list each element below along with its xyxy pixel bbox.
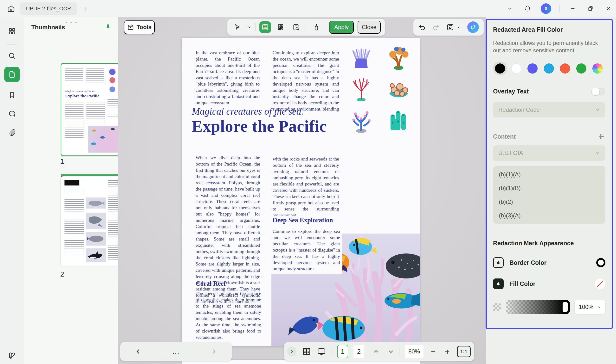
- whale-illustration: [86, 197, 106, 208]
- minimize-button[interactable]: [568, 4, 577, 13]
- ai-swirl-icon: [469, 24, 477, 31]
- next-page-chevron-icon[interactable]: [388, 348, 394, 355]
- undo-icon: [418, 23, 426, 31]
- code-item[interactable]: (b)(1)(A): [493, 168, 605, 181]
- whale-illustration: [86, 213, 106, 229]
- swatch-black-selected[interactable]: [493, 62, 507, 76]
- actual-size-button[interactable]: 1:1: [457, 346, 471, 357]
- thumb1-text-lines: [86, 103, 105, 126]
- deep-sea-block: Deep Sea Exploration Continue to explore…: [271, 216, 342, 274]
- chevron-down-icon: [595, 107, 600, 112]
- pin-icon[interactable]: [104, 24, 112, 31]
- swatch-custom-rainbow[interactable]: [590, 62, 604, 76]
- coral-fan-illustration: [347, 73, 376, 103]
- page-2-box[interactable]: 2: [353, 345, 364, 358]
- search-icon: [8, 52, 16, 60]
- coral-branch-illustration: [347, 104, 376, 134]
- grid-icon: [8, 27, 16, 35]
- thumb1-title: Explore the Pacific: [65, 93, 99, 99]
- filter-sliders-icon[interactable]: [598, 133, 605, 140]
- notifications-bell-icon[interactable]: [523, 4, 532, 13]
- thumb1-subtitle: Magical creatures of the sea.: [65, 90, 96, 92]
- redact-page-button[interactable]: [275, 21, 286, 33]
- home-button[interactable]: [5, 3, 17, 14]
- select-tool-chevron-icon[interactable]: [247, 25, 252, 29]
- document-tab[interactable]: UPDF-2-files_OCR: [20, 2, 77, 15]
- whale-illustration: [86, 232, 106, 246]
- search-redact-button[interactable]: [290, 21, 302, 33]
- restore-button[interactable]: [586, 4, 595, 13]
- page-title: Explore the Pacific: [192, 117, 327, 135]
- thumb1-text-lines: [86, 68, 104, 84]
- sidebar-item-thumbnails[interactable]: [4, 67, 20, 82]
- swatch-orange[interactable]: [558, 62, 572, 76]
- zoom-in-button[interactable]: +: [443, 347, 452, 356]
- blue-tang: [288, 316, 321, 335]
- sidebar-item-swatches[interactable]: [4, 348, 20, 363]
- paragraph: Continue to explore the deep sea and we …: [273, 228, 340, 272]
- new-tab-button[interactable]: +: [81, 4, 90, 13]
- swatch-green[interactable]: [574, 62, 588, 76]
- tools-button[interactable]: Tools: [124, 20, 155, 34]
- sidebar-item-grid[interactable]: [4, 24, 20, 39]
- fill-color-label: Fill Color: [509, 280, 535, 287]
- coral-illustrations: [342, 41, 418, 137]
- thumb1-text-lines: [65, 103, 84, 139]
- thumbnails-title: Thumbnails: [31, 24, 65, 31]
- save-button[interactable]: [446, 23, 454, 31]
- thumb2-text-lines: [65, 188, 84, 195]
- opacity-slider[interactable]: [506, 300, 570, 314]
- select-tool-button[interactable]: [232, 21, 243, 33]
- pufferfish: [386, 253, 420, 278]
- presentation-button[interactable]: [317, 347, 326, 356]
- tools-box-icon: [127, 24, 134, 31]
- ai-assistant-button[interactable]: [467, 21, 479, 33]
- swatch-purple-blue[interactable]: [526, 62, 539, 76]
- previous-page-chevron-icon[interactable]: [373, 348, 379, 355]
- redaction-toolbar: Apply Close: [227, 19, 385, 36]
- avatar[interactable]: X: [541, 3, 551, 14]
- save-options-chevron-icon[interactable]: [457, 25, 461, 29]
- overlay-text-toggle[interactable]: [591, 88, 605, 95]
- redaction-code-select[interactable]: Redaction Code: [493, 102, 605, 117]
- two-page-view-button[interactable]: [302, 347, 311, 356]
- undo-button[interactable]: [418, 23, 426, 31]
- page-1-box[interactable]: 1: [337, 345, 348, 358]
- sidebar-item-attachments[interactable]: [4, 124, 20, 140]
- document-page-1[interactable]: In the vast embrace of our blue planet, …: [182, 38, 420, 346]
- sidebar-item-bookmarks[interactable]: [4, 88, 20, 103]
- apply-button[interactable]: Apply: [329, 21, 354, 34]
- swatch-white[interactable]: [509, 62, 523, 76]
- forward-chevron-icon[interactable]: [210, 348, 217, 355]
- titlebar-chevron-down-icon[interactable]: [505, 4, 515, 13]
- redact-text-button[interactable]: [259, 21, 271, 33]
- code-item[interactable]: (b)(1)(B): [493, 181, 605, 195]
- titlebar-divider: [560, 5, 560, 12]
- nav-more-button[interactable]: ...: [172, 348, 180, 355]
- appearance-title: Redaction Mark Appearance: [493, 240, 605, 247]
- zoom-out-button[interactable]: −: [429, 347, 437, 356]
- swatch-light-blue[interactable]: [542, 62, 556, 76]
- sidebar-item-comments[interactable]: [4, 106, 20, 122]
- chevron-down-icon: [595, 151, 600, 156]
- sanitize-button[interactable]: [310, 21, 321, 33]
- opacity-select[interactable]: 100%: [574, 300, 605, 314]
- border-color-label: Border Color: [509, 259, 546, 266]
- zoom-level-box[interactable]: 80%: [405, 345, 423, 358]
- thumb1-text-lines: [65, 68, 83, 82]
- content-select[interactable]: U.S.FOIA: [493, 145, 605, 161]
- back-chevron-icon[interactable]: [135, 348, 141, 355]
- fill-droplet-icon: [493, 278, 504, 289]
- redo-button[interactable]: [432, 23, 440, 31]
- code-item[interactable]: (b)(3)(A): [493, 208, 605, 222]
- opacity-slider-knob[interactable]: [563, 302, 568, 312]
- close-redaction-button[interactable]: Close: [358, 21, 381, 34]
- code-item[interactable]: (b)(2): [493, 195, 605, 208]
- sidebar-item-search[interactable]: [4, 48, 20, 64]
- left-sidebar: [0, 17, 24, 364]
- bookmark-icon: [8, 91, 16, 99]
- close-window-button[interactable]: [603, 4, 613, 13]
- fill-color-value-none[interactable]: [595, 278, 605, 289]
- border-color-value[interactable]: [596, 258, 605, 267]
- expand-bar-button[interactable]: [287, 346, 296, 357]
